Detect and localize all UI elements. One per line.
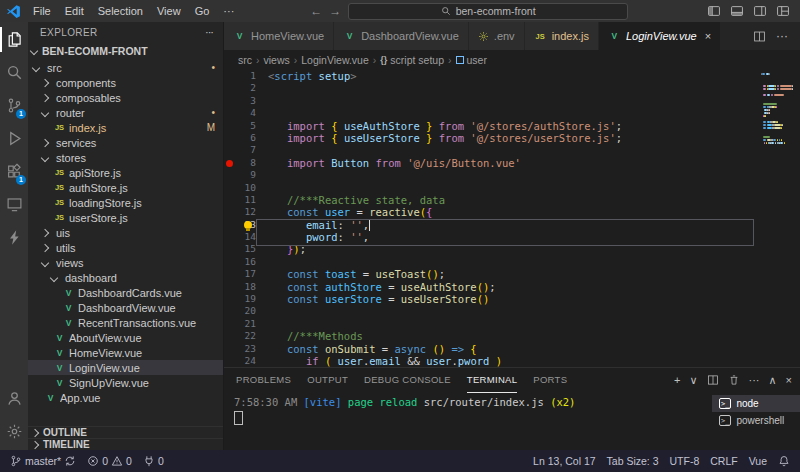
- panel-tab-output[interactable]: OUTPUT: [307, 368, 348, 393]
- tree-item-stores[interactable]: stores: [28, 150, 223, 165]
- activity-extensions[interactable]: 1: [0, 155, 28, 188]
- code-line[interactable]: 24 if ( user.email && user.pword ): [224, 355, 800, 367]
- more-actions-icon[interactable]: ···: [776, 30, 788, 42]
- menu-go[interactable]: Go: [188, 5, 217, 17]
- menu-[interactable]: ···: [216, 5, 241, 17]
- panel-tab-debug-console[interactable]: DEBUG CONSOLE: [364, 368, 451, 393]
- tab-index-js[interactable]: JSindex.js: [525, 22, 599, 50]
- gutter-glyph-margin[interactable]: [224, 157, 234, 169]
- menu-edit[interactable]: Edit: [58, 5, 91, 17]
- breadcrumb-item-views[interactable]: views: [264, 54, 290, 66]
- eol-indicator[interactable]: CRLF: [710, 455, 737, 467]
- panel-tab-terminal[interactable]: TERMINAL: [467, 368, 517, 393]
- problems-indicator[interactable]: 0 0: [87, 455, 132, 467]
- encoding-indicator[interactable]: UTF-8: [670, 455, 700, 467]
- tree-item-components[interactable]: components: [28, 75, 223, 90]
- gutter-glyph-margin[interactable]: [224, 343, 234, 355]
- line-number[interactable]: 11: [234, 194, 256, 206]
- tab--env[interactable]: .env: [469, 22, 525, 50]
- activity-source-control[interactable]: 1: [0, 89, 28, 122]
- minimap[interactable]: [761, 73, 793, 145]
- tree-item-services[interactable]: services: [28, 135, 223, 150]
- close-icon[interactable]: ×: [705, 30, 711, 42]
- code-line[interactable]: 11 //***Reactive state, data: [224, 194, 800, 206]
- customize-layout-icon[interactable]: [776, 4, 790, 18]
- tree-item-userstore.js[interactable]: JSuserStore.js: [28, 210, 223, 225]
- line-number[interactable]: 4: [234, 107, 256, 119]
- tree-item-index.js[interactable]: JSindex.jsM: [28, 120, 223, 135]
- code-line[interactable]: 8 import Button from '@/uis/Button.vue': [224, 157, 800, 169]
- indentation-indicator[interactable]: Tab Size: 3: [607, 455, 659, 467]
- code-line[interactable]: 18 const authStore = useAuthStore();: [224, 281, 800, 293]
- gutter-glyph-margin[interactable]: [224, 305, 234, 317]
- code-line[interactable]: 12 const user = reactive({: [224, 206, 800, 218]
- gutter-glyph-margin[interactable]: [224, 194, 234, 206]
- toggle-panel-icon[interactable]: [730, 4, 744, 18]
- code-line[interactable]: 22 //***Methods: [224, 330, 800, 342]
- split-editor-icon[interactable]: [753, 30, 766, 43]
- tree-item-uis[interactable]: uis: [28, 225, 223, 240]
- tree-item-utils[interactable]: utils: [28, 240, 223, 255]
- tree-item-aboutview.vue[interactable]: VAboutView.vue: [28, 330, 223, 345]
- tree-item-views[interactable]: views: [28, 255, 223, 270]
- gutter-glyph-margin[interactable]: [224, 256, 234, 268]
- tab-loginview-vue[interactable]: VLoginView.vue×: [599, 22, 721, 50]
- activity-run-debug[interactable]: [0, 122, 28, 155]
- line-number[interactable]: 9: [234, 169, 256, 181]
- tree-item-dashboard[interactable]: dashboard: [28, 270, 223, 285]
- tree-item-apistore.js[interactable]: JSapiStore.js: [28, 165, 223, 180]
- nav-back-icon[interactable]: ←: [310, 4, 322, 18]
- close-panel-icon[interactable]: ×: [786, 375, 792, 386]
- kill-terminal-icon[interactable]: [728, 374, 740, 386]
- code-editor[interactable]: 1<script setup>2345 import { useAuthStor…: [224, 70, 800, 367]
- terminal-instance-powershell[interactable]: >_powershell: [712, 412, 800, 429]
- gutter-glyph-margin[interactable]: [224, 169, 234, 181]
- code-line[interactable]: 13 email: '',: [224, 219, 800, 231]
- tree-item-dashboardcards.vue[interactable]: VDashboardCards.vue: [28, 285, 223, 300]
- maximize-panel-icon[interactable]: ∧: [769, 375, 777, 386]
- tree-item-loginview.vue[interactable]: VLoginView.vue: [28, 360, 223, 375]
- code-line[interactable]: 1<script setup>: [224, 70, 800, 82]
- activity-explorer[interactable]: [0, 23, 28, 56]
- code-line[interactable]: 4: [224, 107, 800, 119]
- code-line[interactable]: 14 pword: '',: [224, 231, 800, 243]
- notifications-indicator[interactable]: [778, 455, 790, 467]
- breadcrumb-item-src[interactable]: src: [238, 54, 252, 66]
- gutter-glyph-margin[interactable]: [224, 120, 234, 132]
- activity-remote-explorer[interactable]: [0, 188, 28, 221]
- gutter-glyph-margin[interactable]: [224, 281, 234, 293]
- terminal-output[interactable]: 7:58:30 AM [vite] page reload src/router…: [224, 392, 712, 450]
- code-line[interactable]: 16: [224, 256, 800, 268]
- code-line[interactable]: 19 const userStore = useUserStore(): [224, 293, 800, 305]
- gutter-glyph-margin[interactable]: [224, 82, 234, 94]
- tree-item-router[interactable]: router•: [28, 105, 223, 120]
- activity-search[interactable]: [0, 56, 28, 89]
- cursor-position-indicator[interactable]: Ln 13, Col 17: [533, 455, 595, 467]
- code-line[interactable]: 10: [224, 182, 800, 194]
- project-section-header[interactable]: BEN-ECOMM-FRONT: [28, 42, 223, 60]
- breadcrumb-item-script-setup[interactable]: {}script setup: [380, 54, 444, 66]
- gutter-glyph-margin[interactable]: [224, 268, 234, 280]
- lightbulb-icon[interactable]: [244, 221, 252, 229]
- code-line[interactable]: 20: [224, 305, 800, 317]
- activity-settings[interactable]: [0, 415, 28, 448]
- gutter-glyph-margin[interactable]: [224, 219, 234, 231]
- tree-item-src[interactable]: src•: [28, 60, 223, 75]
- gutter-glyph-margin[interactable]: [224, 95, 234, 107]
- line-number[interactable]: 15: [234, 243, 256, 255]
- gutter-glyph-margin[interactable]: [224, 182, 234, 194]
- gutter-glyph-margin[interactable]: [224, 318, 234, 330]
- gutter-glyph-margin[interactable]: [224, 107, 234, 119]
- line-number[interactable]: 10: [234, 182, 256, 194]
- gutter-glyph-margin[interactable]: [224, 293, 234, 305]
- line-number[interactable]: 20: [234, 305, 256, 317]
- tab-homeview-vue[interactable]: VHomeView.vue: [224, 22, 334, 50]
- split-terminal-icon[interactable]: [707, 374, 719, 386]
- breadcrumb-item-loginview-vue[interactable]: LoginView.vue: [301, 54, 369, 66]
- nav-forward-icon[interactable]: →: [329, 4, 341, 18]
- notifications-bell-icon[interactable]: [778, 455, 790, 467]
- gutter-glyph-margin[interactable]: [224, 231, 234, 243]
- tree-item-signupview.vue[interactable]: VSignUpView.vue: [28, 375, 223, 390]
- tree-item-composables[interactable]: composables: [28, 90, 223, 105]
- line-number[interactable]: 16: [234, 256, 256, 268]
